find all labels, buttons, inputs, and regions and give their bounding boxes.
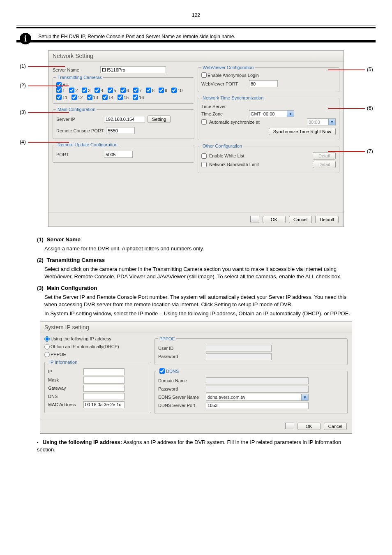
radio-static-ip[interactable] [44,336,50,342]
nts-legend: Network Time Synchronization [201,95,265,100]
cam-all-checkbox[interactable] [56,82,62,88]
rule-top [16,25,376,29]
cam-13-checkbox[interactable] [87,95,92,100]
domain-input[interactable] [206,377,309,384]
server-ip-label: Server IP [56,117,101,122]
callout-line [328,151,365,152]
cam-2-checkbox[interactable] [69,88,74,93]
other-config-legend: Other Configuration [201,143,243,148]
auto-sync-checkbox[interactable] [201,119,207,125]
default-button[interactable]: Default [315,216,339,223]
radio-pppoe[interactable] [44,352,50,357]
domain-label: Domain Name [158,378,203,383]
webviewer-port-input[interactable] [249,80,278,87]
ip-info-fieldset: IP Information IP Mask Gateway DNS MAC A… [44,360,151,413]
cancel-button[interactable]: Cancel [324,423,347,430]
port-input[interactable] [104,151,133,158]
sync-now-button[interactable]: Synchronize Time Right Now [269,128,336,135]
other-config-fieldset: Other Configuration Enable White List De… [198,143,339,173]
port-label: PORT [56,152,101,157]
mask-label: Mask [48,377,81,382]
cam-15-checkbox[interactable] [118,95,123,100]
keyboard-icon[interactable] [250,216,259,222]
cam-14-checkbox[interactable] [102,95,108,100]
callout-line [328,108,365,109]
whitelist-checkbox[interactable] [201,153,207,159]
sec3-body-a: Set the Server IP and Remote Console Por… [44,294,355,308]
cam-14-label: 14 [108,95,113,100]
cam-12-checkbox[interactable] [71,95,77,100]
cam-6-label: 6 [127,88,129,93]
userid-input[interactable] [206,345,272,352]
cancel-button[interactable]: Cancel [289,216,312,223]
cam-8-label: 8 [152,88,154,93]
anon-login-checkbox[interactable] [201,72,207,78]
cam-12-label: 12 [78,95,83,100]
cam-3-checkbox[interactable] [82,88,87,93]
gateway-label: Gateway [48,386,81,391]
cam-9-checkbox[interactable] [159,88,164,93]
bandwidth-checkbox[interactable] [201,162,207,167]
remote-console-input[interactable] [106,127,135,134]
ddns-checkbox[interactable] [159,368,165,374]
cam-4-checkbox[interactable] [95,88,100,93]
callout-1: (1) [20,63,26,69]
ddns-legend-text: DDNS [166,369,179,374]
nts-fieldset: Network Time Synchronization Time Server… [198,95,339,140]
radio-dhcp-label: Obtain an IP automatically(DHCP) [51,344,119,349]
cam-10-label: 10 [178,88,182,93]
main-config-legend: Main Configuration [56,107,97,112]
cam-7-label: 7 [139,88,142,93]
ddns-server-combo[interactable]: ddns.avers.com.tw▼ [206,394,309,401]
ddns-legend: DDNS [158,368,180,374]
cam-10-checkbox[interactable] [171,88,177,93]
radio-dhcp[interactable] [44,344,50,349]
cam-6-checkbox[interactable] [120,88,126,93]
setting-button[interactable]: Setting [148,116,171,123]
cam-8-checkbox[interactable] [146,88,151,93]
cam-all-label: All [62,83,67,88]
ok-button[interactable]: OK [297,423,321,430]
ddns-password-input[interactable] [206,386,309,393]
callout-4: (4) [20,139,26,145]
cam-1-checkbox[interactable] [56,88,62,93]
network-setting-dialog: Network Setting Server Name Transmitting… [48,50,344,227]
cam-9-label: 9 [165,88,167,93]
server-name-input[interactable] [100,66,166,73]
time-zone-combo[interactable]: GMT+00:00▼ [249,110,294,117]
sec1-body: Assign a name for the DVR unit. Alphabet… [44,245,355,252]
pppoe-fieldset: PPPOE User ID Password [154,336,348,365]
pppoe-password-input[interactable] [206,353,272,360]
ip-input[interactable] [83,368,125,375]
callout-line [28,66,65,67]
keyboard-icon[interactable] [285,423,294,429]
mask-input[interactable] [83,377,125,384]
cam-11-checkbox[interactable] [56,95,62,100]
cam-16-checkbox[interactable] [133,95,138,100]
webviewer-port-label: WebViewer PORT [201,81,247,86]
server-name-label: Server Name [53,67,98,72]
remote-update-legend: Remote Update Configuration [56,142,119,147]
whitelist-label: Enable White List [209,153,310,158]
dns-input[interactable] [83,393,125,400]
ddns-server-value: ddns.avers.com.tw [206,395,301,400]
gateway-input[interactable] [83,385,125,392]
cam-5-checkbox[interactable] [108,88,113,93]
whitelist-detail-button[interactable]: Detail [313,152,336,160]
ip-label: IP [48,369,81,374]
sec3-num: (3) [37,285,44,291]
webviewer-fieldset: WebViewer Configuration Enable Anonymous… [198,65,339,92]
cam-11-label: 11 [62,95,67,100]
cam-7-checkbox[interactable] [133,88,138,93]
auto-sync-value: 00:00 [307,120,328,125]
system-ip-dialog: System IP setting Using the following IP… [40,321,352,434]
ddns-port-input[interactable] [206,402,309,409]
cam-15-label: 15 [124,95,129,100]
auto-sync-combo[interactable]: 00:00▼ [307,118,336,125]
ok-button[interactable]: OK [263,216,286,223]
callout-3: (3) [20,109,26,115]
callout-line [28,142,69,143]
cam-2-label: 2 [75,88,78,93]
bandwidth-detail-button[interactable]: Detail [313,161,336,168]
server-ip-input[interactable] [104,116,145,123]
